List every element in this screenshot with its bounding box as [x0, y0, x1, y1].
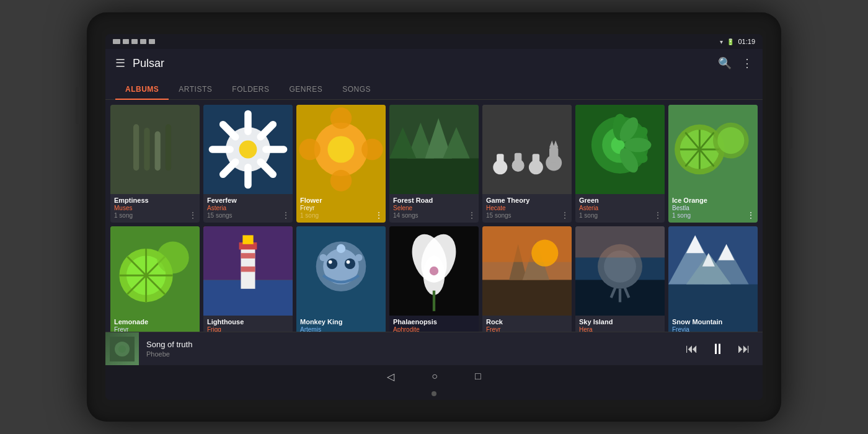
album-more-flower[interactable]: ⋮ [374, 210, 383, 220]
album-thumb-feverfew [203, 105, 293, 194]
album-card-feverfew[interactable]: Feverfew Asteria 15 songs ⋮ [203, 105, 293, 223]
album-artist-rock: Freyr [486, 326, 568, 332]
svg-point-87 [423, 256, 445, 295]
album-more-green[interactable]: ⋮ [653, 210, 662, 220]
svg-point-18 [327, 136, 354, 162]
album-name-feverfew: Feverfew [207, 197, 289, 204]
album-artist-forest: Selene [393, 205, 475, 211]
svg-rect-105 [668, 285, 758, 316]
svg-rect-37 [549, 148, 558, 162]
svg-rect-69 [241, 244, 255, 289]
album-info-skyisland: Sky Island Hera 1 song ⋮ [575, 316, 665, 332]
album-artist-monkeyking: Artemis [300, 326, 382, 332]
pause-button[interactable]: ⏸ [711, 340, 725, 358]
album-card-flower[interactable]: Flower Freyr 1 song ⋮ [296, 105, 386, 223]
nav-bar: ◁ ○ □ [105, 365, 763, 388]
svg-rect-35 [533, 154, 540, 167]
album-art-emptiness [119, 113, 190, 185]
menu-button[interactable]: ☰ [115, 56, 125, 70]
album-thumb-rock [482, 226, 572, 316]
album-art-snowmountain [668, 226, 758, 316]
album-thumb-green [575, 105, 665, 194]
album-art-rock [482, 226, 572, 316]
album-card-skyisland[interactable]: Sky Island Hera 1 song ⋮ [575, 226, 665, 332]
album-card-snowmountain[interactable]: Snow Mountain Freyja 1 song ⋮ [668, 226, 758, 332]
status-icon-1 [113, 39, 120, 44]
svg-point-78 [345, 259, 355, 269]
player-info: Song of truth Phoebe [139, 340, 686, 358]
svg-point-82 [319, 254, 327, 262]
album-artist-gametheory: Hecate [486, 205, 568, 211]
home-button[interactable]: ○ [432, 371, 438, 382]
svg-rect-29 [482, 105, 572, 194]
tab-folders[interactable]: FOLDERS [222, 80, 279, 100]
album-thumb-lemonade [110, 226, 200, 316]
album-artist-feverfew: Asteria [207, 205, 289, 211]
album-info-feverfew: Feverfew Asteria 15 songs ⋮ [203, 194, 293, 223]
album-thumb-monkeyking [296, 226, 386, 316]
next-button[interactable]: ⏭ [738, 342, 750, 356]
album-more-iceorange[interactable]: ⋮ [746, 210, 755, 220]
svg-point-114 [118, 345, 126, 353]
album-name-rock: Rock [486, 318, 568, 326]
album-thumb-phalaenopsis [389, 226, 479, 316]
album-artist-green: Asteria [579, 205, 661, 211]
album-card-green[interactable]: Green Asteria 1 song ⋮ [575, 105, 665, 223]
album-card-monkeyking[interactable]: Monkey King Artemis 1 song ⋮ [296, 226, 386, 332]
status-bar: ▾ 🔋 01:19 [105, 34, 763, 49]
svg-point-88 [430, 267, 438, 275]
svg-rect-31 [497, 154, 504, 167]
album-more-feverfew[interactable]: ⋮ [281, 210, 290, 220]
player-album-art [105, 332, 139, 366]
album-info-lemonade: Lemonade Freyr 1 song ⋮ [110, 316, 200, 332]
album-card-lemonade[interactable]: Lemonade Freyr 1 song ⋮ [110, 226, 200, 332]
tab-albums[interactable]: ALBUMS [115, 80, 169, 100]
tab-genres[interactable]: GENRES [279, 80, 332, 100]
album-card-forest[interactable]: Forest Road Selene 14 songs ⋮ [389, 105, 479, 223]
album-thumb-flower [296, 105, 386, 194]
album-thumb-gametheory [482, 105, 572, 194]
back-button[interactable]: ◁ [387, 371, 394, 383]
svg-point-95 [531, 240, 558, 267]
svg-rect-91 [482, 280, 572, 316]
svg-rect-3 [155, 131, 161, 170]
album-art-lighthouse [203, 226, 293, 316]
album-artist-flower: Freyr [300, 205, 382, 211]
recents-button[interactable]: □ [475, 371, 481, 382]
svg-point-57 [717, 127, 744, 154]
album-info-emptiness: Emptiness Muses 1 song ⋮ [110, 194, 200, 223]
album-more-gametheory[interactable]: ⋮ [560, 210, 569, 220]
album-info-lighthouse: Lighthouse Frigg 10 songs ⋮ [203, 316, 293, 332]
top-icons: 🔍 ⋮ [718, 56, 753, 70]
album-more-emptiness[interactable]: ⋮ [188, 210, 197, 220]
search-icon[interactable]: 🔍 [718, 56, 732, 70]
home-indicator-dot [432, 391, 436, 396]
album-card-rock[interactable]: Rock Freyr 1 song ⋮ [482, 226, 572, 332]
album-more-forest[interactable]: ⋮ [467, 210, 476, 220]
prev-button[interactable]: ⏮ [686, 342, 698, 356]
album-name-emptiness: Emptiness [114, 197, 196, 204]
album-artist-emptiness: Muses [114, 205, 196, 211]
album-name-gametheory: Game Theory [486, 197, 568, 204]
album-songs-emptiness: 1 song [114, 212, 196, 219]
device-frame: ▾ 🔋 01:19 ☰ Pulsar 🔍 ⋮ ALBUMS ARTISTS FO… [87, 12, 781, 422]
album-card-emptiness[interactable]: Emptiness Muses 1 song ⋮ [110, 105, 200, 223]
album-card-gametheory[interactable]: Game Theory Hecate 15 songs ⋮ [482, 105, 572, 223]
album-card-iceorange[interactable]: Ice Orange Bestla 1 song ⋮ [668, 105, 758, 223]
album-art-monkeyking [296, 226, 386, 316]
overflow-menu-icon[interactable]: ⋮ [742, 56, 753, 70]
svg-point-80 [347, 260, 350, 264]
home-indicator [105, 388, 763, 400]
top-bar: ☰ Pulsar 🔍 ⋮ [105, 49, 763, 78]
album-card-lighthouse[interactable]: Lighthouse Frigg 10 songs ⋮ [203, 226, 293, 332]
tab-songs[interactable]: SONGS [332, 80, 381, 100]
album-thumb-iceorange [668, 105, 758, 194]
album-art-skyisland [575, 226, 665, 316]
app-title: Pulsar [133, 57, 711, 70]
album-artist-iceorange: Bestla [672, 205, 754, 211]
svg-rect-73 [241, 267, 255, 272]
album-card-phalaenopsis[interactable]: Phalaenopsis Aphrodite 1 song ⋮ [389, 226, 479, 332]
wifi-icon: ▾ [720, 38, 723, 45]
tab-artists[interactable]: ARTISTS [169, 80, 222, 100]
album-name-skyisland: Sky Island [579, 318, 661, 326]
